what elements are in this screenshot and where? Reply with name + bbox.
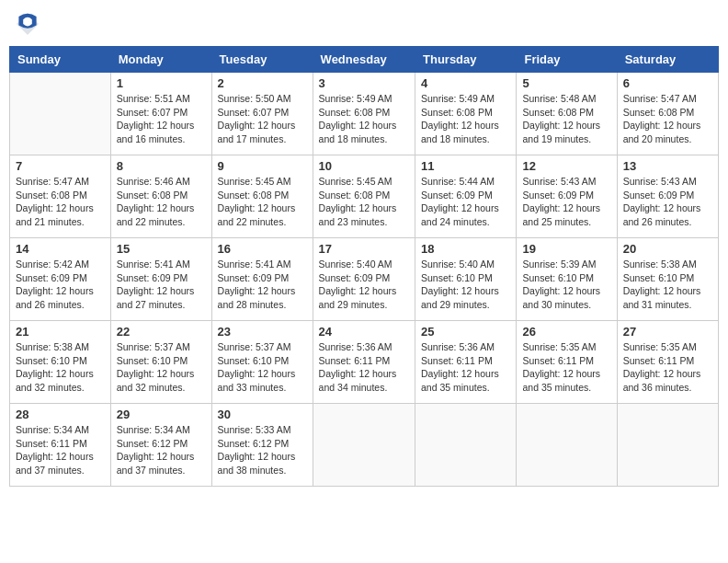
- day-number: 1: [117, 76, 206, 90]
- day-cell: 29Sunrise: 5:34 AMSunset: 6:12 PMDayligh…: [110, 404, 211, 487]
- day-number: 13: [623, 159, 712, 173]
- logo-icon: [13, 9, 42, 39]
- day-cell: 27Sunrise: 5:35 AMSunset: 6:11 PMDayligh…: [617, 321, 718, 404]
- day-info: Sunrise: 5:37 AMSunset: 6:10 PMDaylight:…: [117, 340, 206, 395]
- header-friday: Friday: [517, 47, 617, 73]
- day-number: 23: [218, 325, 307, 339]
- day-cell: 3Sunrise: 5:49 AMSunset: 6:08 PMDaylight…: [313, 73, 415, 155]
- day-number: 19: [522, 242, 610, 256]
- day-info: Sunrise: 5:36 AMSunset: 6:11 PMDaylight:…: [421, 340, 510, 395]
- header-tuesday: Tuesday: [211, 47, 313, 73]
- day-cell: 28Sunrise: 5:34 AMSunset: 6:11 PMDayligh…: [10, 404, 111, 487]
- day-info: Sunrise: 5:38 AMSunset: 6:10 PMDaylight:…: [623, 258, 712, 312]
- day-number: 28: [16, 408, 105, 421]
- day-info: Sunrise: 5:40 AMSunset: 6:10 PMDaylight:…: [421, 258, 510, 312]
- calendar: SundayMondayTuesdayWednesdayThursdayFrid…: [9, 46, 719, 487]
- day-number: 6: [623, 76, 712, 90]
- day-number: 24: [319, 325, 409, 339]
- day-info: Sunrise: 5:45 AMSunset: 6:08 PMDaylight:…: [218, 175, 307, 229]
- week-row-5: 28Sunrise: 5:34 AMSunset: 6:11 PMDayligh…: [10, 404, 719, 487]
- day-number: 29: [117, 408, 206, 421]
- day-info: Sunrise: 5:33 AMSunset: 6:12 PMDaylight:…: [218, 423, 307, 477]
- day-cell: 10Sunrise: 5:45 AMSunset: 6:08 PMDayligh…: [313, 155, 415, 238]
- day-cell: [415, 404, 517, 487]
- day-info: Sunrise: 5:41 AMSunset: 6:09 PMDaylight:…: [117, 258, 206, 312]
- day-info: Sunrise: 5:48 AMSunset: 6:08 PMDaylight:…: [522, 92, 610, 146]
- day-number: 11: [421, 159, 510, 173]
- day-cell: [517, 404, 617, 487]
- day-cell: 8Sunrise: 5:46 AMSunset: 6:08 PMDaylight…: [110, 155, 211, 238]
- day-info: Sunrise: 5:47 AMSunset: 6:08 PMDaylight:…: [623, 92, 712, 146]
- day-number: 14: [16, 242, 105, 256]
- day-cell: 14Sunrise: 5:42 AMSunset: 6:09 PMDayligh…: [10, 238, 111, 321]
- day-cell: [10, 73, 111, 155]
- day-number: 27: [623, 325, 712, 339]
- day-number: 22: [117, 325, 206, 339]
- day-cell: 16Sunrise: 5:41 AMSunset: 6:09 PMDayligh…: [211, 238, 313, 321]
- day-info: Sunrise: 5:35 AMSunset: 6:11 PMDaylight:…: [522, 340, 610, 395]
- day-number: 17: [319, 242, 409, 256]
- day-cell: 21Sunrise: 5:38 AMSunset: 6:10 PMDayligh…: [10, 321, 111, 404]
- day-cell: 23Sunrise: 5:37 AMSunset: 6:10 PMDayligh…: [211, 321, 313, 404]
- day-info: Sunrise: 5:37 AMSunset: 6:10 PMDaylight:…: [218, 340, 307, 395]
- day-info: Sunrise: 5:36 AMSunset: 6:11 PMDaylight:…: [319, 340, 409, 395]
- day-info: Sunrise: 5:49 AMSunset: 6:08 PMDaylight:…: [421, 92, 510, 146]
- day-number: 4: [421, 76, 510, 90]
- day-number: 30: [218, 408, 307, 421]
- day-cell: 19Sunrise: 5:39 AMSunset: 6:10 PMDayligh…: [517, 238, 617, 321]
- day-cell: 26Sunrise: 5:35 AMSunset: 6:11 PMDayligh…: [517, 321, 617, 404]
- day-cell: 5Sunrise: 5:48 AMSunset: 6:08 PMDaylight…: [517, 73, 617, 155]
- day-info: Sunrise: 5:49 AMSunset: 6:08 PMDaylight:…: [319, 92, 409, 146]
- day-cell: 1Sunrise: 5:51 AMSunset: 6:07 PMDaylight…: [110, 73, 211, 155]
- week-row-2: 7Sunrise: 5:47 AMSunset: 6:08 PMDaylight…: [10, 155, 719, 238]
- day-number: 26: [522, 325, 610, 339]
- header-monday: Monday: [110, 47, 211, 73]
- day-info: Sunrise: 5:47 AMSunset: 6:08 PMDaylight:…: [16, 175, 105, 229]
- day-cell: 17Sunrise: 5:40 AMSunset: 6:09 PMDayligh…: [313, 238, 415, 321]
- week-row-4: 21Sunrise: 5:38 AMSunset: 6:10 PMDayligh…: [10, 321, 719, 404]
- header-sunday: Sunday: [10, 47, 111, 73]
- week-row-3: 14Sunrise: 5:42 AMSunset: 6:09 PMDayligh…: [10, 238, 719, 321]
- day-cell: 15Sunrise: 5:41 AMSunset: 6:09 PMDayligh…: [110, 238, 211, 321]
- day-number: 9: [218, 159, 307, 173]
- logo: [13, 9, 46, 39]
- day-cell: [313, 404, 415, 487]
- day-info: Sunrise: 5:46 AMSunset: 6:08 PMDaylight:…: [117, 175, 206, 229]
- day-info: Sunrise: 5:43 AMSunset: 6:09 PMDaylight:…: [623, 175, 712, 229]
- day-info: Sunrise: 5:42 AMSunset: 6:09 PMDaylight:…: [16, 258, 105, 312]
- day-info: Sunrise: 5:34 AMSunset: 6:12 PMDaylight:…: [117, 423, 206, 477]
- day-cell: 20Sunrise: 5:38 AMSunset: 6:10 PMDayligh…: [617, 238, 718, 321]
- day-info: Sunrise: 5:45 AMSunset: 6:08 PMDaylight:…: [319, 175, 409, 229]
- day-cell: 2Sunrise: 5:50 AMSunset: 6:07 PMDaylight…: [211, 73, 313, 155]
- calendar-header-row: SundayMondayTuesdayWednesdayThursdayFrid…: [10, 47, 719, 73]
- header-wednesday: Wednesday: [313, 47, 415, 73]
- day-info: Sunrise: 5:43 AMSunset: 6:09 PMDaylight:…: [522, 175, 610, 229]
- day-number: 16: [218, 242, 307, 256]
- day-number: 15: [117, 242, 206, 256]
- day-info: Sunrise: 5:41 AMSunset: 6:09 PMDaylight:…: [218, 258, 307, 312]
- week-row-1: 1Sunrise: 5:51 AMSunset: 6:07 PMDaylight…: [10, 73, 719, 155]
- header-saturday: Saturday: [617, 47, 718, 73]
- day-number: 12: [522, 159, 610, 173]
- day-cell: 12Sunrise: 5:43 AMSunset: 6:09 PMDayligh…: [517, 155, 617, 238]
- day-number: 18: [421, 242, 510, 256]
- day-number: 5: [522, 76, 610, 90]
- day-cell: 6Sunrise: 5:47 AMSunset: 6:08 PMDaylight…: [617, 73, 718, 155]
- day-number: 2: [218, 76, 307, 90]
- day-info: Sunrise: 5:51 AMSunset: 6:07 PMDaylight:…: [117, 92, 206, 146]
- day-number: 3: [319, 76, 409, 90]
- day-cell: 9Sunrise: 5:45 AMSunset: 6:08 PMDaylight…: [211, 155, 313, 238]
- day-info: Sunrise: 5:40 AMSunset: 6:09 PMDaylight:…: [319, 258, 409, 312]
- day-cell: 22Sunrise: 5:37 AMSunset: 6:10 PMDayligh…: [110, 321, 211, 404]
- day-info: Sunrise: 5:39 AMSunset: 6:10 PMDaylight:…: [522, 258, 610, 312]
- day-cell: 13Sunrise: 5:43 AMSunset: 6:09 PMDayligh…: [617, 155, 718, 238]
- day-cell: 18Sunrise: 5:40 AMSunset: 6:10 PMDayligh…: [415, 238, 517, 321]
- day-cell: 11Sunrise: 5:44 AMSunset: 6:09 PMDayligh…: [415, 155, 517, 238]
- day-number: 21: [16, 325, 105, 339]
- day-cell: 30Sunrise: 5:33 AMSunset: 6:12 PMDayligh…: [211, 404, 313, 487]
- day-info: Sunrise: 5:38 AMSunset: 6:10 PMDaylight:…: [16, 340, 105, 395]
- header-thursday: Thursday: [415, 47, 517, 73]
- day-number: 7: [16, 159, 105, 173]
- day-info: Sunrise: 5:44 AMSunset: 6:09 PMDaylight:…: [421, 175, 510, 229]
- day-number: 25: [421, 325, 510, 339]
